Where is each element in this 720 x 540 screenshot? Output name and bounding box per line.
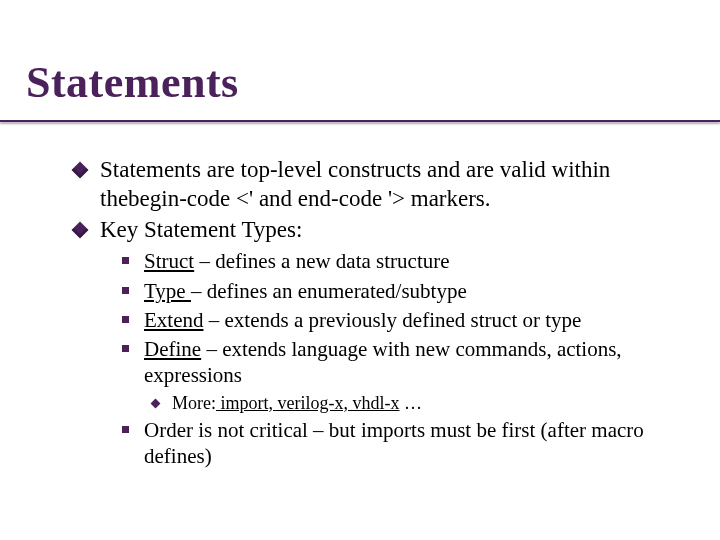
term: Struct bbox=[144, 249, 194, 273]
term: Type bbox=[144, 279, 191, 303]
definition: – defines a new data structure bbox=[194, 249, 449, 273]
definition: – extends a previously defined struct or… bbox=[203, 308, 581, 332]
bullet-item: Statements are top-level constructs and … bbox=[74, 156, 680, 214]
term: Define bbox=[144, 337, 201, 361]
list-item: Type – defines an enumerated/subtype bbox=[122, 278, 680, 304]
list-item: Extend – extends a previously defined st… bbox=[122, 307, 680, 333]
term: Extend bbox=[144, 308, 203, 332]
definition: – defines an enumerated/subtype bbox=[191, 279, 467, 303]
more-list: import, verilog-x, vhdl-x bbox=[216, 393, 399, 413]
slide-title: Statements bbox=[26, 60, 720, 106]
title-underline bbox=[0, 120, 720, 122]
list-item: More: import, verilog-x, vhdl-x … bbox=[152, 392, 680, 415]
list-item: Struct – defines a new data structure bbox=[122, 248, 680, 274]
sub-list: Struct – defines a new data structure Ty… bbox=[122, 248, 680, 469]
sub-sub-list: More: import, verilog-x, vhdl-x … bbox=[152, 392, 680, 415]
list-item: Define – extends language with new comma… bbox=[122, 336, 680, 389]
list-item: Order is not critical – but imports must… bbox=[122, 417, 680, 470]
bullet-item: Key Statement Types: bbox=[74, 216, 680, 245]
more-label: More: bbox=[172, 393, 216, 413]
definition: – extends language with new commands, ac… bbox=[144, 337, 622, 387]
more-tail: … bbox=[399, 393, 422, 413]
slide-body: Statements are top-level constructs and … bbox=[0, 106, 720, 470]
